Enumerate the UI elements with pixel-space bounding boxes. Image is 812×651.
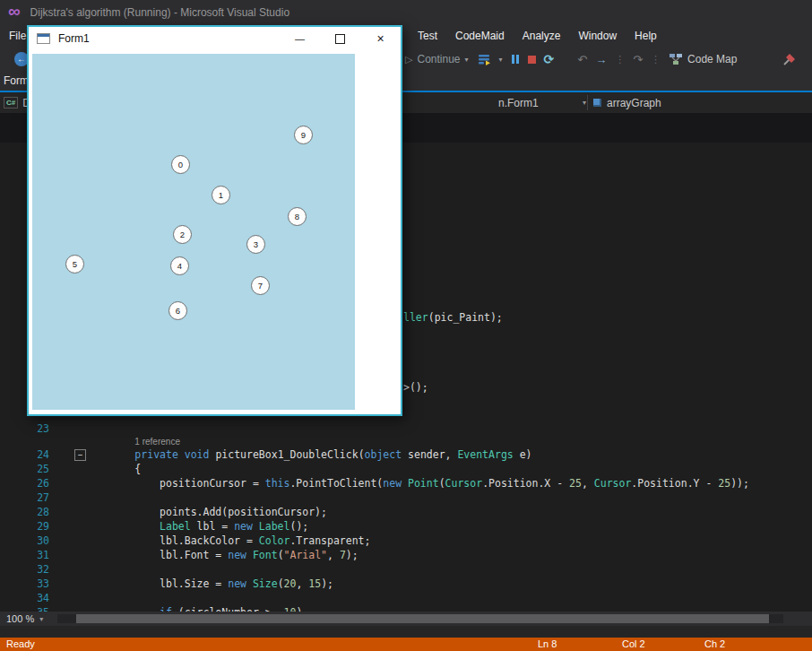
code-line[interactable]: 30lbl.BackColor = Color.Transparent;	[0, 534, 812, 548]
line-number: 34	[0, 591, 49, 605]
graph-node-8[interactable]: 8	[288, 207, 307, 226]
zoom-control[interactable]: 100 % ▾	[0, 612, 58, 626]
code-line[interactable]: 32	[0, 562, 812, 577]
codemaid-cleanup-icon[interactable]	[782, 52, 797, 66]
step-backward-icon[interactable]: ↶	[577, 53, 587, 66]
stop-debugging-icon[interactable]	[528, 56, 536, 64]
fold-margin	[49, 519, 85, 534]
window-title: Dijkstra's algorithm (Running) - Microso…	[30, 6, 290, 19]
code-line[interactable]: 28points.Add(positionCursor);	[0, 505, 812, 519]
visual-studio-window: ∞ Dijkstra's algorithm (Running) - Micro…	[0, 0, 812, 651]
member-name: arrayGraph	[607, 97, 661, 109]
chevron-down-icon: ▾	[465, 56, 469, 64]
bottom-gap-strip	[0, 626, 812, 638]
menu-window[interactable]: Window	[569, 25, 626, 47]
continue-button[interactable]: ▷ Continue ▾	[405, 53, 469, 65]
maximize-button[interactable]	[320, 27, 360, 50]
break-all-icon[interactable]	[511, 55, 520, 64]
code-map-button[interactable]: Code Map	[669, 52, 737, 66]
chevron-down-icon[interactable]: ▾	[499, 56, 503, 64]
graph-node-7[interactable]: 7	[251, 276, 270, 295]
step-over-icon[interactable]: ↷	[633, 53, 643, 66]
code-line[interactable]: 31lbl.Font = new Font("Arial", 7);	[0, 548, 812, 562]
menu-help[interactable]: Help	[626, 25, 666, 47]
restart-icon[interactable]: ⟳	[544, 52, 555, 66]
tab-label: Form	[4, 74, 29, 87]
form1-title: Form1	[58, 32, 90, 45]
line-number: 25	[0, 462, 49, 476]
code-line[interactable]: 24−private void pictureBox1_DoubleClick(…	[0, 447, 812, 462]
form1-window[interactable]: Form1 — × 0123456789	[27, 25, 402, 416]
codelens-row[interactable]: 1 reference	[0, 436, 812, 447]
graph-node-6[interactable]: 6	[168, 301, 187, 320]
form1-title-bar[interactable]: Form1 — ×	[29, 27, 401, 50]
continue-play-icon: ▷	[405, 54, 412, 65]
menu-test[interactable]: Test	[409, 25, 446, 47]
status-line-number: Ln 8	[538, 638, 557, 649]
code-line[interactable]: 23	[0, 421, 812, 436]
line-number: 23	[0, 421, 49, 436]
fold-margin	[49, 436, 85, 447]
code-text: lbl.BackColor = Color.Transparent;	[85, 534, 370, 548]
code-fragment: ller(pic_Paint);	[403, 310, 503, 325]
close-button[interactable]: ×	[360, 27, 401, 50]
code-text: points.Add(positionCursor);	[85, 505, 327, 519]
fold-margin	[49, 505, 85, 519]
graph-node-2[interactable]: 2	[173, 225, 192, 244]
line-number: 30	[0, 534, 49, 548]
csharp-project-icon: C#	[4, 97, 18, 108]
line-number: 28	[0, 505, 49, 519]
line-number: 35	[0, 605, 49, 612]
fold-margin	[49, 591, 85, 605]
code-line[interactable]: 33lbl.Size = new Size(20, 15);	[0, 577, 812, 591]
graph-node-0[interactable]: 0	[171, 155, 190, 174]
show-next-statement-icon[interactable]: →	[595, 53, 607, 66]
class-dropdown[interactable]: n.Form1 ▾	[498, 94, 586, 111]
fold-margin: −	[49, 447, 85, 462]
fold-margin	[49, 562, 85, 577]
status-column: Col 2	[622, 638, 645, 649]
line-number: 27	[0, 490, 49, 505]
chevron-down-icon: ▾	[39, 615, 43, 623]
fold-margin	[49, 577, 85, 591]
code-line[interactable]: 27	[0, 490, 812, 505]
code-line[interactable]: 34	[0, 591, 812, 605]
class-name: n.Form1	[498, 97, 539, 109]
graph-node-9[interactable]: 9	[294, 126, 313, 144]
graph-node-1[interactable]: 1	[212, 186, 230, 204]
code-line[interactable]: 25{	[0, 462, 812, 476]
graph-node-5[interactable]: 5	[65, 255, 84, 273]
line-number: 24	[0, 447, 49, 462]
code-line[interactable]: 29Label lbl = new Label();	[0, 519, 812, 534]
close-icon: ×	[376, 31, 384, 46]
code-text: private void pictureBox1_DoubleClick(obj…	[85, 447, 532, 462]
line-number: 26	[0, 476, 49, 490]
code-line[interactable]: 35if (circleNumber >= 10)	[0, 605, 812, 612]
graph-node-4[interactable]: 4	[170, 256, 189, 275]
chevron-down-icon: ▾	[583, 99, 586, 107]
graph-picturebox[interactable]: 0123456789	[32, 54, 355, 410]
horizontal-scrollbar-thumb[interactable]	[76, 614, 769, 623]
line-number: 31	[0, 548, 49, 562]
member-dropdown[interactable]: arrayGraph	[593, 94, 661, 111]
code-text: if (circleNumber >= 10)	[85, 605, 302, 612]
graph-node-3[interactable]: 3	[246, 235, 265, 254]
horizontal-scrollbar[interactable]	[57, 614, 783, 623]
fold-margin	[49, 476, 85, 490]
title-bar[interactable]: ∞ Dijkstra's algorithm (Running) - Micro…	[0, 0, 812, 25]
toolbar-separator-dots: ⋮	[651, 54, 661, 65]
fold-margin	[49, 548, 85, 562]
show-threads-in-source-icon[interactable]	[477, 52, 491, 66]
menu-codemaid[interactable]: CodeMaid	[446, 25, 514, 47]
line-number: 29	[0, 519, 49, 534]
code-text: lbl.Size = new Size(20, 15);	[85, 577, 333, 591]
form1-client-area: 0123456789	[29, 50, 401, 391]
minimize-button[interactable]: —	[280, 27, 320, 50]
code-text: 1 reference	[85, 436, 180, 447]
collapse-toggle-icon[interactable]: −	[74, 449, 86, 461]
code-block: 231 reference24−private void pictureBox1…	[0, 421, 812, 612]
toolbar-separator-dots: ⋮	[615, 54, 625, 65]
code-line[interactable]: 26positionCursor = this.PointToClient(ne…	[0, 476, 812, 490]
field-icon	[593, 99, 601, 107]
menu-analyze[interactable]: Analyze	[514, 25, 570, 47]
